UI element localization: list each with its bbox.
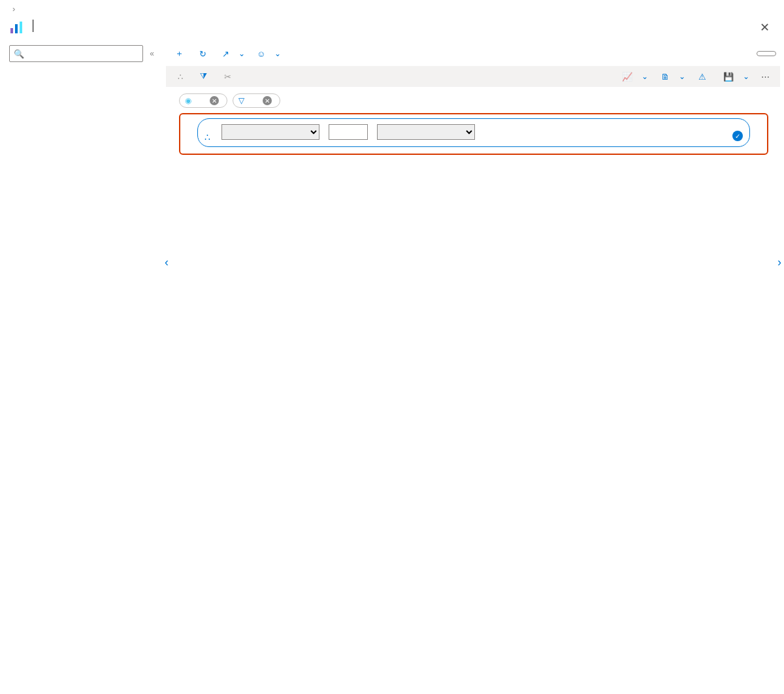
chart-type-dropdown[interactable]: 📈 bbox=[617, 69, 653, 84]
metrics-icon bbox=[9, 20, 25, 36]
add-filter-button[interactable]: ⧩ bbox=[195, 69, 216, 84]
time-range-picker[interactable] bbox=[757, 51, 776, 56]
share-icon: ↗ bbox=[222, 49, 229, 59]
resource-icon: ◉ bbox=[185, 96, 191, 105]
main-content: ＋ ↻ ↗ ☺ ∴ ⧩ ✂ 📈 🗎 ⚠ 💾 ⋯ ◉ ✕ bbox=[162, 42, 784, 669]
drill-logs-button[interactable]: 🗎 bbox=[656, 69, 691, 84]
new-alert-button[interactable]: ⚠ bbox=[693, 69, 715, 84]
collapse-sidebar-button[interactable]: « bbox=[147, 48, 157, 59]
plus-icon: ＋ bbox=[175, 48, 184, 59]
y-axis bbox=[172, 165, 195, 623]
filter-chip[interactable]: ▽ ✕ bbox=[233, 93, 280, 108]
metric-toolbar: ∴ ⧩ ✂ 📈 🗎 ⚠ 💾 ⋯ bbox=[166, 66, 780, 87]
save-icon: 💾 bbox=[723, 72, 734, 82]
split-icon: ✂ bbox=[224, 72, 231, 82]
svg-rect-1 bbox=[15, 24, 18, 33]
metric-chip[interactable]: ◉ ✕ bbox=[179, 93, 227, 108]
filter-icon: ▽ bbox=[238, 96, 244, 105]
chart-prev-icon[interactable]: ‹ bbox=[161, 252, 172, 273]
share-button[interactable]: ↗ bbox=[217, 46, 250, 61]
page-title: | bbox=[31, 18, 40, 33]
values-dropdown[interactable] bbox=[221, 124, 319, 140]
chart bbox=[172, 165, 760, 662]
scatter-icon: ∴ bbox=[178, 72, 183, 82]
remove-chip-icon[interactable]: ✕ bbox=[210, 96, 219, 105]
save-dashboard-button[interactable]: 💾 bbox=[718, 69, 755, 84]
plot-area bbox=[195, 165, 760, 623]
scatter-icon: ∴ bbox=[204, 132, 210, 142]
breadcrumb: › bbox=[0, 0, 784, 16]
apply-splitting-button[interactable]: ✂ bbox=[219, 69, 240, 84]
sort-dropdown[interactable] bbox=[377, 124, 475, 140]
add-metric-button[interactable]: ∴ bbox=[172, 69, 192, 84]
new-chart-button[interactable]: ＋ bbox=[170, 45, 193, 62]
split-config-panel: ∴ ✓ bbox=[197, 118, 750, 147]
svg-rect-2 bbox=[20, 22, 22, 33]
search-input[interactable] bbox=[24, 48, 139, 59]
more-actions-icon[interactable]: ⋯ bbox=[757, 71, 774, 83]
limit-input[interactable] bbox=[329, 124, 368, 140]
chip-row: ◉ ✕ ▽ ✕ bbox=[166, 87, 780, 113]
search-input-wrapper[interactable]: 🔍 bbox=[9, 45, 143, 62]
linechart-icon: 📈 bbox=[622, 72, 632, 82]
feedback-button[interactable]: ☺ bbox=[252, 46, 286, 61]
svg-rect-0 bbox=[10, 28, 13, 33]
search-icon: 🔍 bbox=[14, 49, 24, 59]
refresh-button[interactable]: ↻ bbox=[194, 46, 216, 61]
chart-toolbar: ＋ ↻ ↗ ☺ bbox=[166, 42, 780, 66]
refresh-icon: ↻ bbox=[199, 49, 206, 59]
logs-icon: 🗎 bbox=[661, 72, 670, 82]
split-config-highlight: ∴ ✓ bbox=[179, 113, 768, 155]
chart-svg bbox=[195, 165, 760, 623]
page-header: | ✕ bbox=[0, 16, 784, 42]
remove-chip-icon[interactable]: ✕ bbox=[263, 96, 272, 105]
sidebar: 🔍 « bbox=[0, 42, 162, 669]
filter-icon: ⧩ bbox=[200, 71, 207, 82]
alert-icon: ⚠ bbox=[698, 72, 706, 82]
close-icon[interactable]: ✕ bbox=[755, 18, 775, 37]
smiley-icon: ☺ bbox=[257, 49, 265, 59]
apply-check-icon[interactable]: ✓ bbox=[732, 131, 743, 141]
x-axis bbox=[195, 623, 760, 636]
chevron-right-icon: › bbox=[12, 4, 15, 14]
chart-next-icon[interactable]: › bbox=[774, 252, 784, 273]
